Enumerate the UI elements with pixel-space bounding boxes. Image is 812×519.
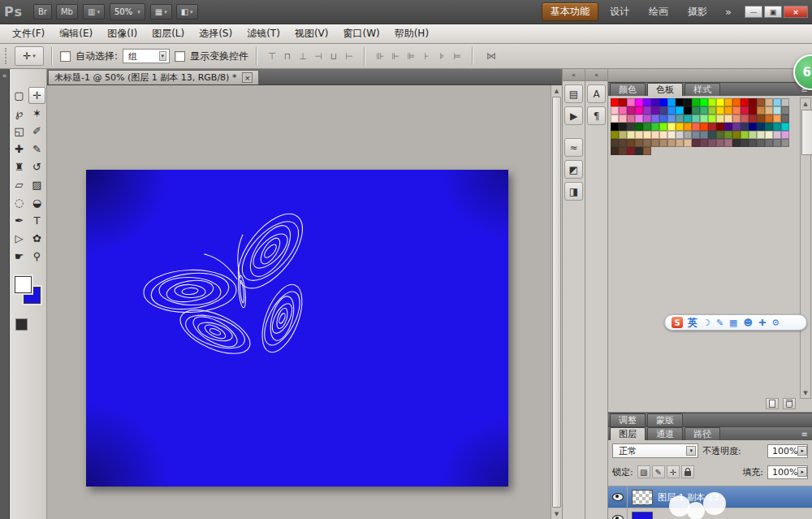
swatch[interactable]	[765, 139, 773, 147]
swatch[interactable]	[732, 106, 741, 115]
swatch[interactable]	[611, 98, 619, 106]
swatch[interactable]	[781, 106, 789, 115]
swatch[interactable]	[643, 131, 651, 139]
swatch[interactable]	[732, 98, 741, 106]
tool-quick-selection[interactable]: ✶	[28, 105, 45, 122]
swatch[interactable]	[732, 131, 741, 139]
swatch[interactable]	[741, 131, 749, 139]
delete-swatch-button[interactable]	[783, 398, 796, 409]
scrollbar-track[interactable]	[801, 156, 810, 387]
swatch[interactable]	[708, 115, 716, 123]
swatch[interactable]	[659, 139, 667, 147]
align-right-edges-icon[interactable]: ⊢	[342, 49, 356, 63]
swatch[interactable]	[773, 123, 781, 131]
align-vertical-centers-icon[interactable]: ⊓	[280, 49, 295, 63]
tool-gradient[interactable]: ▨	[28, 176, 45, 193]
swatch[interactable]	[741, 106, 749, 115]
visibility-toggle[interactable]	[608, 508, 628, 519]
swatch[interactable]	[659, 123, 667, 131]
swatch[interactable]	[724, 123, 732, 131]
swatch[interactable]	[667, 123, 676, 131]
layer-thumbnail[interactable]	[632, 490, 653, 505]
tool-rectangular-marquee[interactable]: ▢	[11, 87, 28, 104]
workspace-tab-design[interactable]: 设计	[602, 3, 637, 20]
swatch[interactable]	[741, 115, 749, 123]
menu-filter[interactable]: 滤镜(T)	[240, 24, 287, 43]
auto-align-layers-button[interactable]: ⋈	[481, 47, 502, 65]
swatch[interactable]	[684, 123, 692, 131]
foreground-color-swatch[interactable]	[15, 276, 32, 293]
swatch[interactable]	[741, 139, 749, 147]
swatch[interactable]	[611, 123, 619, 131]
swatch[interactable]	[692, 106, 700, 115]
character-panel-icon[interactable]: A	[587, 84, 606, 103]
swatch[interactable]	[700, 115, 708, 123]
swatch[interactable]	[692, 139, 700, 147]
swatch[interactable]	[627, 123, 635, 131]
swatch[interactable]	[700, 123, 708, 131]
moon-icon[interactable]: ☽	[702, 318, 710, 328]
tool-path-selection[interactable]: ▷	[11, 230, 28, 247]
close-document-icon[interactable]: ×	[242, 72, 253, 83]
swatch[interactable]	[667, 131, 676, 139]
align-bottom-edges-icon[interactable]: ⊥	[296, 49, 310, 63]
new-swatch-button[interactable]	[766, 398, 779, 409]
swatch[interactable]	[611, 115, 619, 123]
fill-input[interactable]: 100% ▸	[767, 465, 808, 479]
swatch[interactable]	[643, 98, 651, 106]
swatch[interactable]	[619, 115, 627, 123]
panel-tab-masks[interactable]: 蒙版	[647, 413, 683, 426]
handwriting-icon[interactable]: ✎	[716, 318, 723, 328]
zoom-level-select[interactable]: 50% ▾	[110, 3, 145, 20]
document-tab[interactable]: 未标题-1 @ 50% (图层 1 副本 13, RGB/8) * ×	[48, 70, 259, 84]
swatch[interactable]	[773, 139, 781, 147]
layer-thumbnail[interactable]	[632, 512, 653, 519]
swatch[interactable]	[757, 115, 765, 123]
swatch[interactable]	[611, 139, 619, 147]
swatch[interactable]	[749, 131, 757, 139]
tool-lasso[interactable]: ℘	[11, 105, 28, 122]
swatch[interactable]	[619, 131, 627, 139]
tool-type[interactable]: T	[28, 212, 45, 229]
swatch[interactable]	[667, 98, 676, 106]
swatch[interactable]	[684, 115, 692, 123]
lock-transparent-pixels-icon[interactable]: ▨	[637, 465, 650, 478]
swatch[interactable]	[659, 131, 667, 139]
swatch[interactable]	[619, 98, 627, 106]
swatch[interactable]	[635, 131, 643, 139]
swatch[interactable]	[676, 139, 684, 147]
swatch[interactable]	[765, 123, 773, 131]
swatch[interactable]	[651, 106, 659, 115]
masks-panel-icon[interactable]: ◩	[564, 160, 583, 179]
screen-mode-icon[interactable]: ◧▾	[176, 4, 198, 19]
swatch[interactable]	[708, 139, 716, 147]
view-extras-icon[interactable]: ▥▾	[83, 4, 105, 19]
swatch[interactable]	[659, 115, 667, 123]
scroll-up-icon[interactable]: ▲	[551, 85, 562, 96]
swatch[interactable]	[627, 106, 635, 115]
menu-window[interactable]: 窗口(W)	[335, 24, 387, 43]
panel-tab-paths[interactable]: 路径	[685, 427, 720, 440]
panel-tab-adjustments[interactable]: 调整	[610, 413, 646, 426]
menu-view[interactable]: 视图(V)	[287, 24, 336, 43]
swatch[interactable]	[619, 123, 627, 131]
align-top-edges-icon[interactable]: ⊤	[265, 49, 279, 63]
swatch[interactable]	[716, 123, 724, 131]
swatch[interactable]	[619, 147, 627, 155]
show-transform-controls-checkbox[interactable]	[175, 51, 185, 62]
tool-history-brush[interactable]: ↺	[28, 158, 45, 175]
swatch[interactable]	[716, 115, 724, 123]
opacity-input[interactable]: 100% ▸	[767, 444, 808, 458]
layer-row[interactable]	[608, 508, 812, 519]
swatch[interactable]	[757, 106, 765, 115]
swatch[interactable]	[651, 139, 659, 147]
lock-position-icon[interactable]: ✛	[667, 465, 680, 478]
layer-row[interactable]: 图层 1 副本 13	[608, 487, 812, 508]
tool-pen[interactable]: ✒	[11, 212, 28, 229]
swatch[interactable]	[627, 139, 635, 147]
panel-tab-layers[interactable]: 图层	[610, 427, 646, 440]
swatch[interactable]	[635, 106, 643, 115]
swatch[interactable]	[611, 106, 619, 115]
swatch[interactable]	[635, 123, 643, 131]
scroll-down-icon[interactable]: ▼	[801, 387, 810, 398]
